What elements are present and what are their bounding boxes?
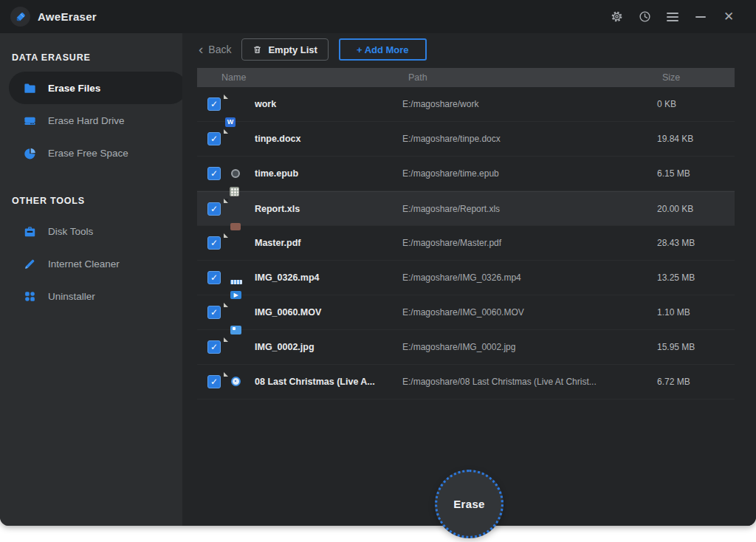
file-name: tinpe.docx: [255, 134, 402, 144]
sidebar-item-label: Uninstaller: [48, 291, 95, 302]
toolbox-icon: [22, 224, 37, 239]
sidebar-item-label: Erase Free Space: [48, 148, 128, 159]
row-checkbox[interactable]: ✓: [207, 375, 221, 388]
file-path: E:/magoshare/08 Last Christmas (Live At …: [402, 377, 657, 387]
trash-icon: [252, 44, 262, 55]
erase-label: Erase: [453, 498, 484, 510]
empty-list-button[interactable]: Empty List: [241, 38, 328, 61]
table-row[interactable]: ✓▶IMG_0060.MOVE:/magoshare/IMG_0060.MOV1…: [197, 295, 735, 330]
table-row[interactable]: ✓workE:/magoshare/work0 KB: [197, 87, 735, 122]
minimize-button[interactable]: [687, 0, 715, 33]
sidebar-item-erase-hard-drive[interactable]: Erase Hard Drive: [0, 104, 182, 137]
row-checkbox[interactable]: ✓: [207, 132, 221, 145]
window-controls: ✕: [602, 0, 756, 33]
chevron-left-icon: ‹: [199, 42, 203, 56]
sidebar-item-label: Internet Cleaner: [48, 258, 120, 270]
sidebar-section-label: DATA ERASURE: [0, 44, 182, 72]
app-window: AweEraser ✕ DATA ERASUREErase FilesErase…: [0, 0, 756, 526]
add-more-label: + Add More: [357, 44, 409, 55]
sidebar-item-disk-tools[interactable]: Disk Tools: [0, 215, 182, 247]
pie-chart-icon: [22, 145, 37, 160]
table-row[interactable]: ✓08 Last Christmas (Live A...E:/magoshar…: [197, 365, 735, 399]
file-path: E:/magoshare/Master.pdf: [402, 238, 657, 248]
history-icon[interactable]: [630, 0, 659, 33]
file-type-file-icon: [228, 95, 244, 114]
file-size: 6.15 MB: [657, 168, 735, 179]
file-name: IMG_0060.MOV: [255, 307, 402, 318]
row-checkbox[interactable]: ✓: [207, 271, 221, 284]
row-checkbox[interactable]: ✓: [207, 236, 221, 250]
row-checkbox[interactable]: ✓: [207, 202, 221, 216]
menu-lines: [667, 13, 678, 21]
file-size: 6.72 MB: [657, 377, 735, 387]
app-logo-icon: [10, 7, 30, 27]
file-path: E:/magoshare/IMG_0060.MOV: [402, 307, 657, 318]
table-row[interactable]: ✓Wtinpe.docxE:/magoshare/tinpe.docx19.84…: [197, 122, 735, 157]
file-type-xls-icon: [228, 199, 244, 219]
add-more-button[interactable]: + Add More: [339, 38, 427, 61]
file-size: 28.43 MB: [657, 238, 735, 248]
file-name: time.epub: [255, 168, 402, 179]
row-checkbox[interactable]: ✓: [207, 97, 221, 111]
drive-icon: [22, 113, 37, 128]
file-size: 0 KB: [657, 99, 735, 109]
sidebar: DATA ERASUREErase FilesErase Hard DriveE…: [0, 33, 182, 526]
file-path: E:/magoshare/IMG_0326.mp4: [402, 272, 657, 283]
settings-icon[interactable]: [602, 0, 630, 33]
file-name: IMG_0326.mp4: [255, 272, 402, 283]
file-size: 19.84 KB: [657, 134, 735, 144]
erase-button[interactable]: Erase: [435, 470, 504, 538]
column-header-path: Path: [408, 72, 427, 83]
back-button[interactable]: ‹ Back: [199, 44, 231, 56]
titlebar: AweEraser ✕: [0, 0, 756, 33]
sidebar-item-uninstaller[interactable]: Uninstaller: [0, 280, 182, 312]
sidebar-item-erase-files[interactable]: Erase Files: [9, 72, 187, 104]
folder-icon: [22, 80, 37, 95]
sidebar-item-internet-cleaner[interactable]: Internet Cleaner: [0, 247, 182, 280]
file-path: E:/magoshare/tinpe.docx: [402, 134, 657, 144]
table-row[interactable]: ✓IMG_0326.mp4E:/magoshare/IMG_0326.mp413…: [197, 261, 735, 295]
file-size: 13.25 MB: [657, 272, 735, 283]
menu-icon[interactable]: [659, 0, 687, 33]
file-name: work: [255, 99, 402, 109]
file-size: 1.10 MB: [657, 307, 735, 318]
sidebar-item-label: Disk Tools: [48, 226, 93, 237]
sidebar-item-erase-free-space[interactable]: Erase Free Space: [0, 137, 182, 169]
file-name: Master.pdf: [255, 238, 402, 248]
desktop-background: AweEraser ✕ DATA ERASUREErase FilesErase…: [0, 0, 756, 542]
file-type-audio-icon: [228, 372, 244, 392]
empty-list-label: Empty List: [268, 44, 317, 55]
sidebar-item-label: Erase Hard Drive: [48, 115, 125, 126]
file-table: Name Path Size ✓workE:/magoshare/work0 K…: [197, 68, 735, 399]
table-row[interactable]: ✓IMG_0002.jpgE:/magoshare/IMG_0002.jpg15…: [197, 330, 735, 365]
back-label: Back: [208, 44, 231, 55]
table-row[interactable]: ✓Master.pdfE:/magoshare/Master.pdf28.43 …: [197, 226, 735, 261]
table-body: ✓workE:/magoshare/work0 KB✓Wtinpe.docxE:…: [197, 87, 735, 399]
minimize-icon: [695, 16, 706, 18]
sidebar-section-label: OTHER TOOLS: [0, 187, 182, 215]
sidebar-item-label: Erase Files: [48, 83, 100, 94]
table-row[interactable]: ✓Report.xlsE:/magoshare/Report.xls20.00 …: [197, 191, 735, 226]
file-path: E:/magoshare/Report.xls: [402, 204, 657, 214]
brand: AweEraser: [0, 7, 97, 27]
close-button[interactable]: ✕: [715, 0, 743, 33]
file-size: 15.95 MB: [657, 342, 735, 352]
apps-grid-icon: [22, 289, 37, 303]
file-type-mp4-icon: [228, 268, 244, 288]
table-row[interactable]: ✓time.epubE:/magoshare/time.epub6.15 MB: [197, 157, 735, 191]
row-checkbox[interactable]: ✓: [207, 306, 221, 319]
file-path: E:/magoshare/time.epub: [402, 168, 657, 179]
column-header-name: Name: [221, 72, 246, 83]
file-name: IMG_0002.jpg: [255, 342, 402, 352]
column-header-size: Size: [662, 72, 680, 83]
app-title: AweEraser: [38, 10, 97, 23]
file-name: Report.xls: [255, 204, 402, 214]
file-type-mov-icon: ▶: [228, 303, 244, 323]
row-checkbox[interactable]: ✓: [207, 340, 221, 354]
file-type-epub-icon: [228, 164, 244, 184]
row-checkbox[interactable]: ✓: [207, 167, 221, 180]
main-content: ‹ Back Empty List + Add More Name Path S…: [182, 33, 756, 526]
file-name: 08 Last Christmas (Live A...: [255, 377, 402, 387]
file-type-pdf-icon: [228, 233, 244, 253]
file-path: E:/magoshare/work: [402, 99, 657, 109]
